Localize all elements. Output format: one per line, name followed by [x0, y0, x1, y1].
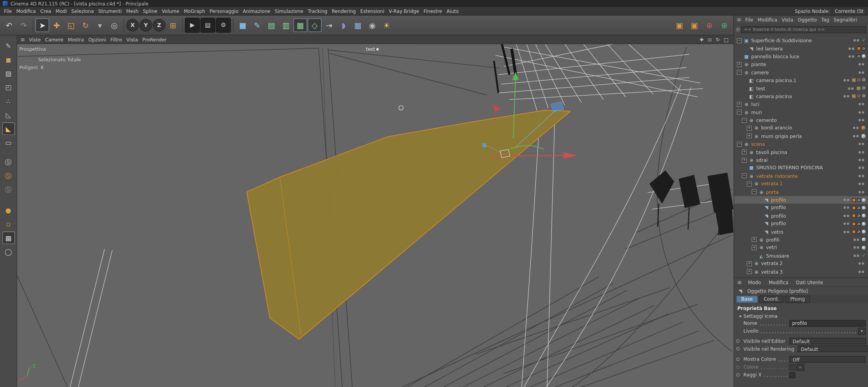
y-axis-button[interactable]: Y [140, 19, 152, 32]
selected-polygon[interactable] [247, 110, 570, 339]
composition-tag-icon[interactable]: ▦ [852, 78, 856, 82]
tree-row[interactable]: ◥profilo [734, 220, 868, 228]
tree-row[interactable]: −⊕cemento [734, 116, 868, 124]
null-object-icon[interactable]: ⊕ [758, 189, 764, 195]
visibility-dots[interactable] [859, 175, 864, 177]
texture-paint-icon[interactable]: ▩ [2, 231, 15, 244]
phong-tag-icon[interactable] [862, 238, 866, 242]
tree-row[interactable]: ◧camera piscina▦⊘⚙ [734, 92, 868, 100]
camera-object-icon[interactable]: ◧ [748, 86, 755, 91]
tree-row[interactable]: −⊕scena [734, 140, 868, 148]
visibility-dots[interactable] [859, 103, 864, 106]
null-object-icon[interactable]: ⊕ [753, 133, 760, 139]
visibility-dots[interactable] [848, 87, 854, 90]
expand-icon[interactable]: + [737, 102, 742, 107]
tree-row[interactable]: ◥profilo [734, 196, 868, 204]
phong-tag-icon[interactable] [862, 54, 866, 58]
snap-modes-icon[interactable]: Ⓢ [2, 170, 15, 183]
visibility-dots[interactable] [848, 47, 854, 50]
tree-row[interactable]: ◭Smussare✓ [734, 252, 868, 260]
collapse-icon[interactable]: − [742, 174, 747, 179]
om-menu-vista[interactable]: Vista [780, 17, 796, 22]
visibility-dots[interactable] [843, 95, 849, 98]
visibility-dots[interactable] [859, 183, 864, 185]
viewport-menu-prorender[interactable]: ProRender [140, 37, 169, 42]
recent-tools-icon[interactable]: ▾ [93, 18, 107, 32]
tree-row[interactable]: +⊕vetrata 2 [734, 260, 868, 267]
menu-file[interactable]: File [2, 8, 14, 14]
poly-object-icon[interactable]: ◥ [763, 221, 770, 226]
edges-mode-icon[interactable]: ◺ [2, 109, 15, 122]
texture-tag-icon[interactable] [852, 222, 856, 226]
menu-strumenti[interactable]: Strumenti [96, 8, 124, 14]
tree-row[interactable]: ◥profilo [734, 212, 868, 220]
viewport-menu-vista[interactable]: Vista [124, 37, 140, 42]
undo-icon[interactable]: ↶ [2, 18, 16, 32]
tab-phong[interactable]: Phong [785, 296, 810, 303]
attribute-menu-icon[interactable]: ≡ [736, 279, 743, 285]
axis-lock-x-icon[interactable]: ⊕ [702, 18, 716, 32]
axis-workplane-icon[interactable]: ▣ [673, 18, 686, 32]
uvw-tag-icon[interactable] [857, 230, 861, 234]
material-thumbnail[interactable] [861, 126, 866, 130]
viewport-menu-camere[interactable]: Camere [43, 37, 66, 42]
attributes-menu-modo[interactable]: Modo [746, 280, 763, 285]
composition-tag-icon[interactable]: ▦ [852, 94, 856, 99]
visibility-dots[interactable] [859, 71, 864, 73]
null-object-icon[interactable]: ⊕ [748, 173, 755, 179]
visibility-dots[interactable] [854, 254, 859, 257]
tree-row[interactable]: +⊕luci [734, 100, 868, 108]
keyframe-circle[interactable] [736, 347, 739, 350]
collapse-icon[interactable]: − [747, 181, 752, 186]
composition-tag-icon[interactable]: ▦ [857, 86, 861, 90]
cube-object-icon[interactable]: ■ [743, 54, 750, 59]
spline-modifier-menu[interactable]: ⇥ [322, 18, 336, 32]
null-object-icon[interactable]: ⊕ [748, 117, 755, 123]
render-view-button[interactable]: ▶ [185, 18, 200, 32]
visibility-dots[interactable] [844, 215, 849, 217]
expand-icon[interactable]: + [737, 62, 742, 67]
subdivision-surface-menu[interactable]: ▤ [265, 18, 278, 32]
protection-tag-icon[interactable]: ⊘ [857, 78, 861, 82]
cube-object-icon[interactable]: ■ [748, 165, 755, 171]
visibile-rendering-select[interactable]: Default [798, 346, 868, 352]
deformers-menu[interactable]: ▦ [294, 18, 307, 32]
environment-menu[interactable]: ◉ [365, 18, 379, 32]
menu-estensioni[interactable]: Estensioni [358, 8, 387, 14]
mostra-colore-select[interactable]: Off [789, 356, 866, 363]
null-object-icon[interactable]: ⊕ [743, 109, 750, 115]
enabled-check-icon[interactable]: ✓ [862, 38, 866, 43]
subdiv-object-icon[interactable]: ▣ [743, 38, 750, 43]
render-settings-button[interactable]: ⚙ [216, 18, 231, 32]
viewport-menu-viste[interactable]: Viste [27, 37, 43, 42]
visibility-dots[interactable] [859, 159, 864, 161]
texture-tag-icon[interactable] [852, 230, 856, 234]
null-object-icon[interactable]: ⊕ [753, 261, 760, 266]
pan-view-icon[interactable]: ✚ [700, 37, 704, 42]
tree-row[interactable]: ◥vetro [734, 228, 868, 236]
viewport-menu-filtro[interactable]: Filtro [108, 37, 124, 42]
null-object-icon[interactable]: ⊕ [753, 125, 760, 131]
camera-object-icon[interactable]: ◧ [748, 93, 755, 99]
tree-row[interactable]: +⊕piante [734, 61, 868, 68]
z-axis-button[interactable]: Z [153, 19, 166, 32]
tree-row[interactable]: −⊕vetrata 1 [734, 180, 868, 188]
keyframe-circle[interactable] [736, 339, 739, 342]
poly-object-icon[interactable]: ◥ [748, 46, 755, 51]
expand-icon[interactable]: + [747, 134, 752, 139]
keyframe-icon[interactable]: ● [2, 204, 15, 217]
expand-icon[interactable]: + [742, 158, 747, 163]
camera-object-icon[interactable]: ◧ [748, 77, 755, 83]
livello-layer-button[interactable]: ▾ [858, 328, 866, 335]
attributes-menu-modifica[interactable]: Modifica [766, 280, 791, 285]
null-object-icon[interactable]: ⊕ [743, 62, 750, 67]
uvw-tag-icon[interactable] [857, 206, 861, 210]
om-menu-file[interactable]: File [743, 17, 755, 22]
uvw-tag-icon[interactable] [862, 47, 866, 50]
menu-animazione[interactable]: Animazione [241, 8, 273, 14]
metaball-menu[interactable]: ◗ [336, 18, 350, 32]
texture-tag-icon[interactable] [852, 214, 856, 218]
visibility-dots[interactable] [859, 111, 864, 113]
poly-object-icon[interactable]: ◥ [763, 229, 770, 235]
collapse-icon[interactable]: − [737, 142, 742, 147]
